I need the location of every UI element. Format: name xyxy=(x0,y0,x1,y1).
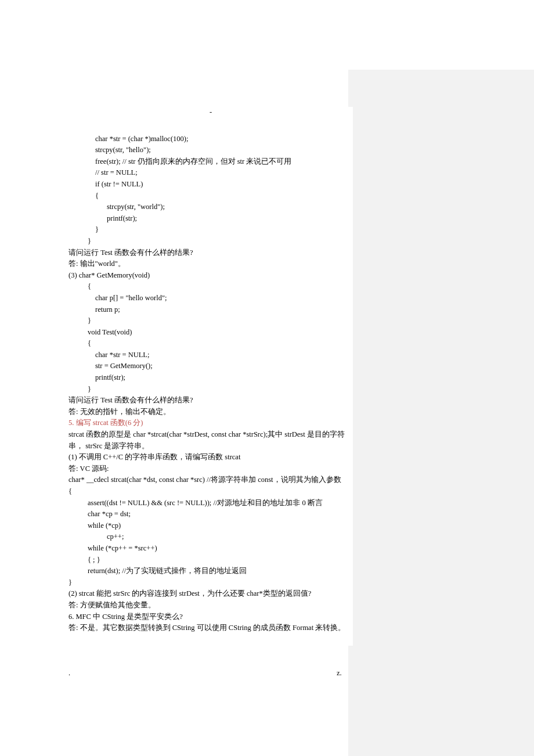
paragraph-text: (1) 不调用 C++/C 的字符串库函数，请编写函数 strcat xyxy=(68,452,353,463)
question-text: 请问运行 Test 函数会有什么样的结果? xyxy=(68,395,353,406)
page-margin-sidebar xyxy=(348,70,534,756)
answer-text: 答: 输出"world"。 xyxy=(68,258,353,270)
code-line: free(str); // str 仍指向原来的内存空间，但对 str 来说已不… xyxy=(68,156,353,168)
code-line: { xyxy=(68,338,353,350)
paragraph-text: 答: VC 源码: xyxy=(68,463,353,475)
answer-text: 答: 方便赋值给其他变量。 xyxy=(68,600,353,611)
code-line: printf(str); xyxy=(68,213,353,225)
code-line: // str = NULL; xyxy=(68,167,353,179)
question-head: (3) char* GetMemory(void) xyxy=(68,270,353,282)
code-line: if (str != NULL) xyxy=(68,179,353,190)
code-line: char *cp = dst; xyxy=(68,509,353,520)
code-line: char *str = (char *)malloc(100); xyxy=(68,134,353,145)
code-line: assert((dst != NULL) && (src != NULL)); … xyxy=(68,498,353,509)
code-line: { xyxy=(68,281,353,293)
code-line: return(dst); //为了实现链式操作，将目的地址返回 xyxy=(68,566,353,577)
footer-right: z. xyxy=(337,669,342,678)
code-line: void Test(void) xyxy=(68,327,353,339)
code-line: } xyxy=(68,577,353,589)
code-line: strcpy(str, "world"); xyxy=(68,201,353,213)
answer-text: 答: 不是。其它数据类型转换到 CString 可以使用 CString 的成员… xyxy=(68,622,353,634)
code-line: str = GetMemory(); xyxy=(68,361,353,372)
code-line: while (*cp) xyxy=(68,520,353,532)
code-line: return p; xyxy=(68,304,353,316)
document-page: - char *str = (char *)malloc(100); strcp… xyxy=(0,0,534,756)
section-title: 5. 编写 strcat 函数(6 分) xyxy=(68,417,353,429)
code-line: } xyxy=(68,384,353,395)
code-line: { xyxy=(68,190,353,202)
code-line: printf(str); xyxy=(68,372,353,384)
paragraph-text: strcat 函数的原型是 char *strcat(char *strDest… xyxy=(68,429,353,452)
code-line: } xyxy=(68,236,353,247)
header-mark: - xyxy=(68,107,353,118)
code-line: strcpy(str, "hello"); xyxy=(68,145,353,156)
code-line: char* __cdecl strcat(char *dst, const ch… xyxy=(68,474,353,486)
question-text: 6. MFC 中 CString 是类型平安类么? xyxy=(68,611,353,623)
code-line: } xyxy=(68,224,353,236)
code-line: cp++; xyxy=(68,531,353,543)
document-body: - char *str = (char *)malloc(100); strcp… xyxy=(68,107,353,646)
question-text: 请问运行 Test 函数会有什么样的结果? xyxy=(68,247,353,259)
code-line: } xyxy=(68,315,353,327)
answer-text: 答: 无效的指针，输出不确定。 xyxy=(68,406,353,418)
code-line: while (*cp++ = *src++) xyxy=(68,543,353,555)
code-line: { xyxy=(68,486,353,498)
question-text: (2) strcat 能把 strSrc 的内容连接到 strDest，为什么还… xyxy=(68,588,353,600)
code-line: char p[] = "hello world"; xyxy=(68,293,353,304)
footer-left: . xyxy=(68,669,70,678)
code-line: char *str = NULL; xyxy=(68,350,353,361)
code-line: { ; } xyxy=(68,555,353,566)
